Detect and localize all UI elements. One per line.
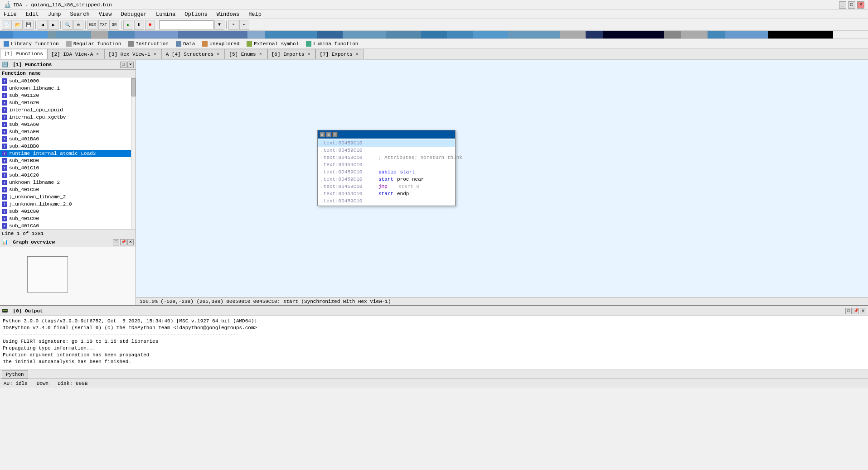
panel-float-button[interactable]: □: [120, 62, 126, 68]
menu-debugger[interactable]: Debugger: [119, 11, 149, 18]
function-item[interactable]: finternal_cpu_cpuid: [0, 106, 131, 114]
color-segment[interactable]: [48, 31, 56, 38]
graph-float-button[interactable]: □: [113, 239, 119, 245]
function-item[interactable]: fruntime_internal_atomic_Load3: [0, 150, 131, 157]
tab-2[interactable]: [2] IDA View-A×: [47, 49, 104, 59]
right-panel[interactable]: ⊞ ⊟ ≡ .text:00459C10 .text:00459C10 .tex…: [136, 60, 868, 305]
maximize-button[interactable]: □: [848, 1, 855, 9]
cw-icons[interactable]: ⊞ ⊟ ≡: [320, 132, 338, 137]
function-item[interactable]: fsub_401CA0: [0, 222, 131, 229]
color-segment[interactable]: [91, 31, 108, 38]
function-item[interactable]: fsub_401620: [0, 99, 131, 106]
color-segment[interactable]: [343, 31, 386, 38]
color-segment[interactable]: [317, 31, 343, 38]
forward-button[interactable]: ▶: [48, 20, 58, 30]
color-segment[interactable]: [664, 31, 681, 38]
menu-file[interactable]: File: [2, 11, 19, 18]
pause-button[interactable]: ⏸: [134, 20, 144, 30]
cw-icon2[interactable]: ⊟: [326, 132, 331, 137]
function-item[interactable]: fsub_401120: [0, 92, 131, 99]
color-segment[interactable]: [386, 31, 421, 38]
color-segment[interactable]: [473, 31, 508, 38]
tab-7[interactable]: [7] Exports×: [315, 49, 364, 59]
run-button[interactable]: ▶: [123, 20, 133, 30]
function-item[interactable]: funknown_libname_2: [0, 179, 131, 186]
color-segment[interactable]: [447, 31, 473, 38]
cw-icon3[interactable]: ≡: [332, 132, 338, 137]
new-button[interactable]: 📄: [2, 20, 12, 30]
navigation-band[interactable]: [0, 31, 868, 39]
step-into[interactable]: ↷: [228, 20, 238, 30]
color-segment[interactable]: [178, 31, 247, 38]
menu-edit[interactable]: Edit: [24, 11, 41, 18]
cw-icon1[interactable]: ⊞: [320, 132, 325, 137]
color-segment[interactable]: [560, 31, 586, 38]
color-segment[interactable]: [768, 31, 834, 38]
debugger-dropdown[interactable]: ▼: [214, 20, 224, 30]
color-segment[interactable]: [421, 31, 447, 38]
graph-unpin-button[interactable]: 📌: [120, 239, 126, 245]
graph-button[interactable]: GR: [109, 20, 119, 30]
tab-6[interactable]: [6] Imports×: [267, 49, 316, 59]
output-panel-controls[interactable]: □ 📌 ×: [845, 308, 866, 314]
list-scrollbar[interactable]: [131, 77, 136, 229]
function-item[interactable]: fsub_401000: [0, 77, 131, 85]
function-item[interactable]: fj_unknown_libname_2: [0, 193, 131, 201]
hex-button[interactable]: HEX: [87, 20, 97, 30]
function-item[interactable]: finternal_cpu_xgetbv: [0, 114, 131, 121]
output-unpin-button[interactable]: 📌: [853, 308, 859, 314]
function-item[interactable]: fsub_401A60: [0, 121, 131, 128]
panel-controls[interactable]: □ ×: [120, 62, 134, 68]
color-segment[interactable]: [13, 31, 48, 38]
function-item[interactable]: fsub_401BB0: [0, 143, 131, 150]
color-segment[interactable]: [265, 31, 317, 38]
output-content[interactable]: Python 3.9.0 (tags/v3.9.0:9cf6752, Oct 5…: [0, 316, 868, 369]
menu-windows[interactable]: Windows: [215, 11, 241, 18]
graph-close-button[interactable]: ×: [127, 239, 134, 245]
color-segment[interactable]: [725, 31, 768, 38]
function-list[interactable]: fsub_401000funknown_libname_1fsub_401120…: [0, 77, 131, 229]
color-segment[interactable]: [0, 31, 13, 38]
tab-close-7[interactable]: ×: [354, 52, 360, 57]
save-button[interactable]: 💾: [24, 20, 34, 30]
color-segment[interactable]: [56, 31, 91, 38]
open-button[interactable]: 📂: [13, 20, 23, 30]
color-segment[interactable]: [681, 31, 707, 38]
tab-4[interactable]: A [4] Structures×: [162, 49, 225, 59]
close-button[interactable]: ×: [857, 1, 864, 9]
find-button[interactable]: 🔍: [63, 20, 73, 30]
tab-close-2[interactable]: ×: [95, 52, 100, 57]
function-item[interactable]: fj_unknown_libname_2_0: [0, 201, 131, 208]
function-item[interactable]: fsub_401C80: [0, 208, 131, 215]
color-segment[interactable]: [247, 31, 265, 38]
output-float-button[interactable]: □: [845, 308, 852, 314]
function-item[interactable]: fsub_401C90: [0, 215, 131, 222]
graph-panel-controls[interactable]: □ 📌 ×: [113, 239, 134, 245]
minimize-button[interactable]: _: [839, 1, 846, 9]
tab-close-3[interactable]: ×: [152, 52, 158, 57]
color-segment[interactable]: [508, 31, 560, 38]
menu-help[interactable]: Help: [247, 11, 263, 18]
color-segment[interactable]: [586, 31, 603, 38]
function-item[interactable]: fsub_401C20: [0, 172, 131, 179]
panel-close-button[interactable]: ×: [127, 62, 134, 68]
color-segment[interactable]: [135, 31, 178, 38]
code-window[interactable]: ⊞ ⊟ ≡ .text:00459C10 .text:00459C10 .tex…: [317, 130, 456, 206]
back-button[interactable]: ◀: [38, 20, 48, 30]
function-item[interactable]: fsub_401BA0: [0, 135, 131, 143]
function-item[interactable]: fsub_401BD0: [0, 157, 131, 164]
function-item[interactable]: fsub_401AE0: [0, 128, 131, 135]
tab-5[interactable]: [5] Enums×: [225, 49, 267, 59]
function-item[interactable]: funknown_libname_1: [0, 85, 131, 92]
text-button[interactable]: TXT: [98, 20, 108, 30]
color-segment[interactable]: [708, 31, 725, 38]
output-close-button[interactable]: ×: [860, 308, 866, 314]
tab-close-5[interactable]: ×: [258, 52, 263, 57]
python-tab[interactable]: Python: [2, 370, 28, 379]
function-item[interactable]: fsub_401C50: [0, 186, 131, 193]
tab-3[interactable]: [3] Hex View-1×: [104, 49, 161, 59]
debugger-select[interactable]: No debugger: [159, 20, 213, 29]
menu-view[interactable]: View: [97, 11, 114, 18]
window-controls[interactable]: _ □ ×: [839, 1, 864, 9]
tab-close-4[interactable]: ×: [215, 52, 221, 57]
